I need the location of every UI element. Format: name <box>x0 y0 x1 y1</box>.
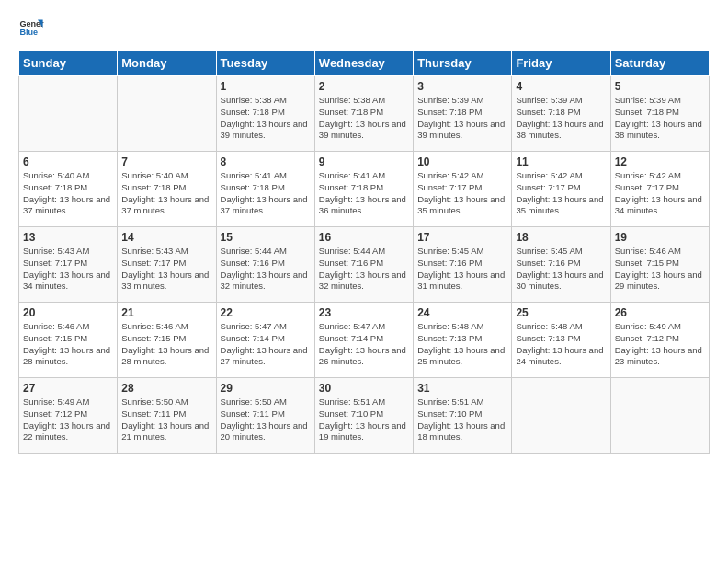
day-number: 20 <box>23 306 113 319</box>
day-content: Sunrise: 5:48 AM Sunset: 7:13 PM Dayligh… <box>516 321 606 368</box>
calendar-cell: 18Sunrise: 5:45 AM Sunset: 7:16 PM Dayli… <box>512 227 610 303</box>
day-number: 23 <box>319 306 409 319</box>
day-number: 4 <box>516 80 606 93</box>
calendar-cell: 20Sunrise: 5:46 AM Sunset: 7:15 PM Dayli… <box>19 303 118 378</box>
calendar-cell: 14Sunrise: 5:43 AM Sunset: 7:17 PM Dayli… <box>118 227 216 303</box>
calendar-header-row: SundayMondayTuesdayWednesdayThursdayFrid… <box>19 51 710 76</box>
day-number: 24 <box>417 306 507 319</box>
calendar-cell <box>610 378 709 454</box>
day-content: Sunrise: 5:44 AM Sunset: 7:16 PM Dayligh… <box>221 246 311 293</box>
day-content: Sunrise: 5:40 AM Sunset: 7:18 PM Dayligh… <box>121 170 211 217</box>
day-number: 22 <box>221 306 311 319</box>
day-number: 30 <box>319 382 409 395</box>
day-number: 2 <box>319 80 409 93</box>
calendar-cell <box>512 378 610 454</box>
day-content: Sunrise: 5:47 AM Sunset: 7:14 PM Dayligh… <box>319 321 409 368</box>
day-number: 11 <box>516 155 606 168</box>
day-number: 15 <box>221 231 311 244</box>
day-number: 6 <box>23 155 113 168</box>
calendar-cell: 10Sunrise: 5:42 AM Sunset: 7:17 PM Dayli… <box>414 152 512 227</box>
day-content: Sunrise: 5:46 AM Sunset: 7:15 PM Dayligh… <box>615 246 705 293</box>
logo: General Blue <box>18 15 46 40</box>
day-content: Sunrise: 5:47 AM Sunset: 7:14 PM Dayligh… <box>221 321 311 368</box>
day-header-friday: Friday <box>512 51 610 76</box>
calendar-cell: 12Sunrise: 5:42 AM Sunset: 7:17 PM Dayli… <box>610 152 709 227</box>
calendar-cell: 4Sunrise: 5:39 AM Sunset: 7:18 PM Daylig… <box>512 76 610 152</box>
day-content: Sunrise: 5:41 AM Sunset: 7:18 PM Dayligh… <box>319 170 409 217</box>
day-content: Sunrise: 5:39 AM Sunset: 7:18 PM Dayligh… <box>516 95 606 142</box>
day-content: Sunrise: 5:46 AM Sunset: 7:15 PM Dayligh… <box>23 321 113 368</box>
day-header-saturday: Saturday <box>610 51 709 76</box>
calendar-cell: 3Sunrise: 5:39 AM Sunset: 7:18 PM Daylig… <box>414 76 512 152</box>
day-content: Sunrise: 5:41 AM Sunset: 7:18 PM Dayligh… <box>221 170 311 217</box>
calendar-cell: 19Sunrise: 5:46 AM Sunset: 7:15 PM Dayli… <box>610 227 709 303</box>
day-number: 10 <box>417 155 507 168</box>
day-content: Sunrise: 5:51 AM Sunset: 7:10 PM Dayligh… <box>319 396 409 443</box>
day-content: Sunrise: 5:49 AM Sunset: 7:12 PM Dayligh… <box>615 321 705 368</box>
day-number: 29 <box>221 382 311 395</box>
day-content: Sunrise: 5:40 AM Sunset: 7:18 PM Dayligh… <box>23 170 113 217</box>
day-content: Sunrise: 5:38 AM Sunset: 7:18 PM Dayligh… <box>221 95 311 142</box>
calendar-cell: 15Sunrise: 5:44 AM Sunset: 7:16 PM Dayli… <box>216 227 314 303</box>
calendar-cell: 29Sunrise: 5:50 AM Sunset: 7:11 PM Dayli… <box>216 378 314 454</box>
day-content: Sunrise: 5:45 AM Sunset: 7:16 PM Dayligh… <box>516 246 606 293</box>
day-content: Sunrise: 5:50 AM Sunset: 7:11 PM Dayligh… <box>221 396 311 443</box>
calendar-cell: 21Sunrise: 5:46 AM Sunset: 7:15 PM Dayli… <box>118 303 216 378</box>
day-content: Sunrise: 5:43 AM Sunset: 7:17 PM Dayligh… <box>121 246 211 293</box>
calendar-cell: 22Sunrise: 5:47 AM Sunset: 7:14 PM Dayli… <box>216 303 314 378</box>
calendar-cell <box>19 76 118 152</box>
calendar-week-row: 27Sunrise: 5:49 AM Sunset: 7:12 PM Dayli… <box>19 378 710 454</box>
day-number: 16 <box>319 231 409 244</box>
calendar-cell: 23Sunrise: 5:47 AM Sunset: 7:14 PM Dayli… <box>314 303 413 378</box>
day-number: 25 <box>516 306 606 319</box>
calendar-cell: 9Sunrise: 5:41 AM Sunset: 7:18 PM Daylig… <box>314 152 413 227</box>
day-number: 3 <box>417 80 507 93</box>
day-content: Sunrise: 5:42 AM Sunset: 7:17 PM Dayligh… <box>417 170 507 217</box>
day-header-tuesday: Tuesday <box>216 51 314 76</box>
calendar-cell: 2Sunrise: 5:38 AM Sunset: 7:18 PM Daylig… <box>314 76 413 152</box>
calendar-cell: 30Sunrise: 5:51 AM Sunset: 7:10 PM Dayli… <box>314 378 413 454</box>
day-content: Sunrise: 5:38 AM Sunset: 7:18 PM Dayligh… <box>319 95 409 142</box>
day-number: 18 <box>516 231 606 244</box>
day-number: 5 <box>615 80 705 93</box>
day-content: Sunrise: 5:50 AM Sunset: 7:11 PM Dayligh… <box>121 396 211 443</box>
day-number: 21 <box>121 306 211 319</box>
day-number: 26 <box>615 306 705 319</box>
calendar-cell: 17Sunrise: 5:45 AM Sunset: 7:16 PM Dayli… <box>414 227 512 303</box>
calendar-week-row: 6Sunrise: 5:40 AM Sunset: 7:18 PM Daylig… <box>19 152 710 227</box>
day-number: 9 <box>319 155 409 168</box>
calendar-cell: 28Sunrise: 5:50 AM Sunset: 7:11 PM Dayli… <box>118 378 216 454</box>
day-header-sunday: Sunday <box>19 51 118 76</box>
day-number: 31 <box>417 382 507 395</box>
day-number: 7 <box>121 155 211 168</box>
day-number: 12 <box>615 155 705 168</box>
day-number: 13 <box>23 231 113 244</box>
calendar-cell: 31Sunrise: 5:51 AM Sunset: 7:10 PM Dayli… <box>414 378 512 454</box>
calendar-cell: 11Sunrise: 5:42 AM Sunset: 7:17 PM Dayli… <box>512 152 610 227</box>
day-content: Sunrise: 5:46 AM Sunset: 7:15 PM Dayligh… <box>121 321 211 368</box>
day-content: Sunrise: 5:39 AM Sunset: 7:18 PM Dayligh… <box>417 95 507 142</box>
day-content: Sunrise: 5:48 AM Sunset: 7:13 PM Dayligh… <box>417 321 507 368</box>
day-number: 27 <box>23 382 113 395</box>
day-content: Sunrise: 5:42 AM Sunset: 7:17 PM Dayligh… <box>516 170 606 217</box>
day-number: 14 <box>121 231 211 244</box>
day-number: 28 <box>121 382 211 395</box>
day-content: Sunrise: 5:43 AM Sunset: 7:17 PM Dayligh… <box>23 246 113 293</box>
day-number: 8 <box>221 155 311 168</box>
calendar-table: SundayMondayTuesdayWednesdayThursdayFrid… <box>18 50 710 454</box>
calendar-cell <box>118 76 216 152</box>
calendar-week-row: 13Sunrise: 5:43 AM Sunset: 7:17 PM Dayli… <box>19 227 710 303</box>
day-header-thursday: Thursday <box>414 51 512 76</box>
day-content: Sunrise: 5:49 AM Sunset: 7:12 PM Dayligh… <box>23 396 113 443</box>
day-content: Sunrise: 5:45 AM Sunset: 7:16 PM Dayligh… <box>417 246 507 293</box>
calendar-cell: 8Sunrise: 5:41 AM Sunset: 7:18 PM Daylig… <box>216 152 314 227</box>
calendar-cell: 7Sunrise: 5:40 AM Sunset: 7:18 PM Daylig… <box>118 152 216 227</box>
svg-text:Blue: Blue <box>19 28 38 37</box>
day-header-monday: Monday <box>118 51 216 76</box>
day-number: 1 <box>221 80 311 93</box>
calendar-cell: 5Sunrise: 5:39 AM Sunset: 7:18 PM Daylig… <box>610 76 709 152</box>
calendar-cell: 16Sunrise: 5:44 AM Sunset: 7:16 PM Dayli… <box>314 227 413 303</box>
calendar-cell: 6Sunrise: 5:40 AM Sunset: 7:18 PM Daylig… <box>19 152 118 227</box>
day-number: 19 <box>615 231 705 244</box>
calendar-cell: 27Sunrise: 5:49 AM Sunset: 7:12 PM Dayli… <box>19 378 118 454</box>
